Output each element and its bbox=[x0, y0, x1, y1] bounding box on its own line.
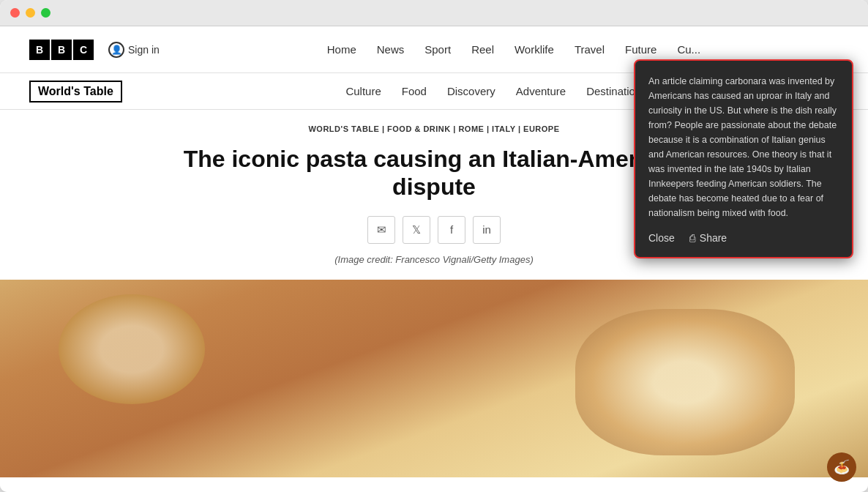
nav-news[interactable]: News bbox=[377, 43, 405, 56]
user-avatar[interactable]: 🍝 bbox=[827, 452, 856, 482]
popup-close-button[interactable]: Close bbox=[648, 232, 675, 244]
page-content: B B C 👤 Sign in Home News Sport Reel Wor… bbox=[0, 26, 868, 492]
nav-reel[interactable]: Reel bbox=[471, 43, 494, 56]
article-hero-image bbox=[0, 280, 868, 477]
nav-home[interactable]: Home bbox=[327, 43, 356, 56]
subnav-food[interactable]: Food bbox=[402, 85, 427, 97]
share-popup: An article claiming carbonara was invent… bbox=[634, 59, 853, 258]
email-share-button[interactable]: ✉ bbox=[367, 216, 395, 244]
bbc-logo[interactable]: B B C bbox=[29, 40, 94, 60]
browser-window: B B C 👤 Sign in Home News Sport Reel Wor… bbox=[0, 0, 868, 492]
twitter-share-button[interactable]: 𝕏 bbox=[403, 216, 430, 244]
facebook-share-button[interactable]: f bbox=[438, 216, 465, 244]
main-navigation: Home News Sport Reel Worklife Travel Fut… bbox=[189, 43, 839, 56]
share-icon: ⎙ bbox=[689, 232, 695, 244]
nav-sport[interactable]: Sport bbox=[424, 43, 451, 56]
subnav-culture[interactable]: Culture bbox=[345, 85, 381, 97]
nav-worklife[interactable]: Worklife bbox=[515, 43, 554, 56]
maximize-button[interactable] bbox=[41, 8, 50, 18]
nav-future[interactable]: Future bbox=[625, 43, 656, 56]
sign-in-label: Sign in bbox=[128, 44, 160, 56]
sign-in-area[interactable]: 👤 Sign in bbox=[108, 42, 160, 58]
worlds-table-logo[interactable]: World's Table bbox=[29, 81, 122, 102]
nav-travel[interactable]: Travel bbox=[575, 43, 605, 56]
bbc-letter-c: C bbox=[73, 40, 94, 60]
browser-chrome bbox=[0, 0, 868, 26]
bbc-letter-b1: B bbox=[29, 40, 50, 60]
nav-culture-more[interactable]: Cu... bbox=[677, 43, 700, 56]
close-button[interactable] bbox=[10, 8, 20, 18]
popup-share-button[interactable]: ⎙ Share bbox=[689, 232, 727, 244]
user-icon: 👤 bbox=[108, 42, 124, 58]
subnav-adventure[interactable]: Adventure bbox=[516, 85, 566, 97]
popup-share-label: Share bbox=[700, 232, 727, 244]
linkedin-share-button[interactable]: in bbox=[473, 216, 501, 244]
popup-body-text: An article claiming carbonara was invent… bbox=[648, 74, 839, 220]
subnav-discovery[interactable]: Discovery bbox=[447, 85, 495, 97]
minimize-button[interactable] bbox=[26, 8, 35, 18]
bbc-letter-b2: B bbox=[51, 40, 72, 60]
popup-action-bar: Close ⎙ Share bbox=[648, 232, 839, 244]
